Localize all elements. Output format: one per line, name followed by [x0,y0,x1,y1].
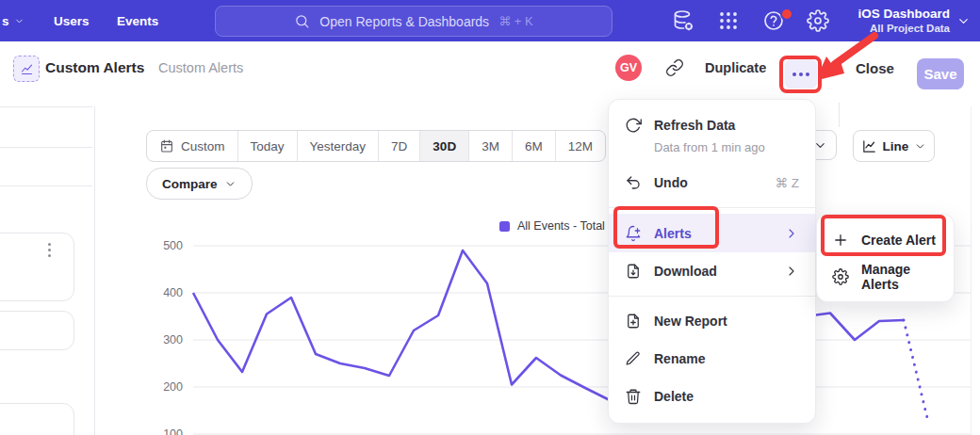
submenu-item-manage-alerts[interactable]: Manage Alerts [817,258,954,295]
menu-item-refresh-data[interactable]: Refresh Data Data from 1 min ago [609,107,815,164]
menu-item-rename[interactable]: Rename [609,340,815,378]
trash-icon [625,388,642,405]
more-options-menu: Refresh Data Data from 1 min ago Undo ⌘ … [608,99,816,424]
gear-icon [832,268,849,285]
pencil-icon [625,350,642,367]
series-line-incomplete-dotted [904,320,928,422]
menu-divider [609,207,815,208]
chevron-right-icon [784,226,799,241]
app-window: 500400300200100 All Events - Total s Use… [0,0,980,435]
undo-shortcut: ⌘ Z [776,175,800,190]
menu-item-undo[interactable]: Undo ⌘ Z [609,164,815,201]
menu-item-new-report[interactable]: New Report [609,302,815,340]
undo-icon [625,174,642,191]
menu-item-download[interactable]: Download [609,252,815,290]
submenu-item-create-alert[interactable]: Create Alert [817,221,954,258]
alerts-submenu: Create Alert Manage Alerts [816,214,955,302]
bell-plus-icon [625,225,642,242]
download-file-icon [625,263,642,280]
plus-icon [832,232,849,249]
refresh-icon [625,117,642,134]
menu-divider [609,296,815,297]
menu-item-delete[interactable]: Delete [609,378,815,415]
chart-legend[interactable]: All Events - Total [499,219,605,233]
refresh-status: Data from 1 min ago [625,139,799,156]
chevron-right-icon [784,264,799,279]
menu-item-alerts[interactable]: Alerts [609,214,815,252]
legend-swatch [499,221,510,232]
new-report-icon [625,313,642,330]
legend-label: All Events - Total [517,219,605,233]
